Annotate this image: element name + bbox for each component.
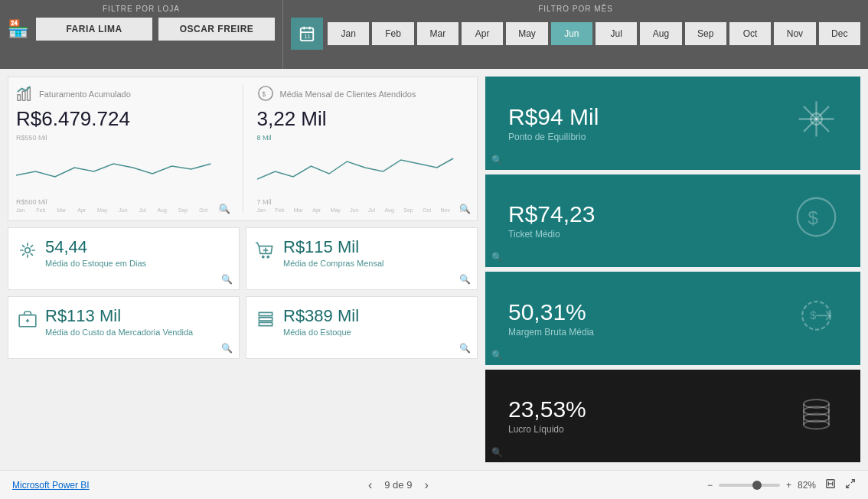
svg-text:$: $ [262, 91, 266, 98]
estoque-dias-icon [18, 240, 38, 265]
clientes-search[interactable]: 🔍 [459, 204, 471, 214]
left-panel: Faturamento Acumulado R$6.479.724 R$550 … [8, 77, 478, 462]
custo-label: Média do Custo da Mercadoria Vendida [45, 328, 193, 337]
estoque-total-info: R$389 Mil Média do Estoque [283, 306, 359, 337]
kpi-margem-bruta: 50,31% Margem Bruta Média $ 🔍 [485, 272, 860, 365]
zoom-thumb[interactable] [752, 481, 762, 490]
month-mar[interactable]: Mar [417, 22, 458, 45]
store-icon: 🏪 [8, 19, 28, 39]
month-may[interactable]: May [506, 22, 547, 45]
store-buttons: FARIA LIMA OSCAR FREIRE [36, 18, 275, 41]
chart-divider [243, 85, 243, 213]
fit-page-button[interactable] [825, 478, 836, 491]
clientes-title: Média Mensal de Clientes Atendidos [280, 90, 416, 99]
kpi1-search[interactable]: 🔍 [491, 155, 503, 165]
svg-point-12 [267, 256, 269, 258]
estoque-dias-card: 54,44 Média do Estoque em Dias 🔍 [8, 227, 240, 290]
filter-bar: FILTRE POR LOJA 🏪 FARIA LIMA OSCAR FREIR… [0, 0, 868, 69]
kpi-ticket-medio-label: Ticket Médio [508, 229, 595, 240]
svg-text:$: $ [808, 207, 818, 227]
right-panel: R$94 Mil Ponto de Equilíbrio 🔍 [485, 77, 860, 462]
store-oscar-freire[interactable]: OSCAR FREIRE [158, 18, 275, 41]
zoom-controls: − + 82% [707, 478, 856, 491]
app-container: FILTRE POR LOJA 🏪 FARIA LIMA OSCAR FREIR… [0, 0, 868, 499]
svg-point-11 [263, 256, 264, 258]
zoom-slider[interactable] [719, 484, 780, 487]
month-jun[interactable]: Jun [551, 22, 592, 45]
estoque-total-icon [256, 309, 276, 334]
metrics-row-2: R$113 Mil Média do Custo da Mercadoria V… [8, 296, 478, 359]
month-nov[interactable]: Nov [774, 22, 815, 45]
next-page-button[interactable]: › [421, 478, 431, 492]
compras-search[interactable]: 🔍 [459, 274, 471, 285]
month-jan[interactable]: Jan [328, 22, 369, 45]
kpi-ticket-medio: R$74,23 Ticket Médio $ 🔍 [485, 174, 860, 268]
faturamento-y-top: R$550 Mil [16, 134, 229, 142]
month-jul[interactable]: Jul [596, 22, 637, 45]
month-dec[interactable]: Dec [819, 22, 860, 45]
bottom-bar: Microsoft Power BI ‹ 9 de 9 › − + 82% [0, 470, 868, 499]
zoom-plus[interactable]: + [786, 480, 791, 491]
estoque-dias-info: 54,44 Média do Estoque em Dias [45, 237, 146, 268]
lucro-liquido-icon [795, 391, 837, 441]
filter-month-label: FILTRO POR MÊS [538, 5, 613, 13]
estoque-dias-label: Média do Estoque em Dias [45, 259, 146, 268]
prev-page-button[interactable]: ‹ [365, 478, 375, 492]
zoom-minus[interactable]: − [707, 480, 713, 491]
kpi-ponto-equilibrio: R$94 Mil Ponto de Equilíbrio 🔍 [485, 77, 860, 170]
svg-rect-5 [18, 95, 21, 100]
kpi2-search[interactable]: 🔍 [491, 252, 503, 263]
compras-label: Média de Compras Mensal [283, 259, 383, 268]
month-oct[interactable]: Oct [729, 22, 771, 45]
kpi-margem-bruta-value: 50,31% [508, 299, 594, 325]
custo-value: R$113 Mil [45, 306, 193, 326]
margem-bruta-icon: $ [795, 293, 837, 343]
faturamento-search[interactable]: 🔍 [219, 204, 230, 214]
kpi-lucro-liquido: 23,53% Lucro Líquido [485, 370, 860, 463]
month-buttons: Jan Feb Mar Apr May Jun Jul Aug Sep Oct … [328, 22, 860, 45]
custo-info: R$113 Mil Média do Custo da Mercadoria V… [45, 306, 193, 337]
kpi-lucro-liquido-value: 23,53% [508, 396, 586, 422]
faturamento-y-bottom: R$500 Mil [16, 198, 229, 206]
zoom-level: 82% [798, 480, 816, 491]
month-sep[interactable]: Sep [685, 22, 726, 45]
compras-card: R$115 Mil Média de Compras Mensal 🔍 [246, 227, 478, 290]
custo-search[interactable]: 🔍 [221, 343, 233, 354]
svg-point-10 [25, 248, 31, 253]
kpi4-search[interactable]: 🔍 [491, 447, 503, 458]
kpi3-search[interactable]: 🔍 [491, 350, 503, 360]
month-feb[interactable]: Feb [372, 22, 413, 45]
filter-store-section: FILTRE POR LOJA 🏪 FARIA LIMA OSCAR FREIR… [0, 0, 283, 69]
faturamento-icon [16, 85, 33, 106]
month-aug[interactable]: Aug [640, 22, 681, 45]
clientes-y-bottom: 7 Mil [257, 198, 470, 206]
kpi-lucro-liquido-left: 23,53% Lucro Líquido [508, 396, 586, 435]
faturamento-title: Faturamento Acumulado [39, 90, 131, 99]
clientes-x-labels: JanFebMarAprMayJunJulAugSepOctNovDec [257, 207, 470, 213]
clientes-value: 3,22 Mil [257, 107, 470, 131]
kpi-margem-bruta-left: 50,31% Margem Bruta Média [508, 299, 594, 338]
filter-store-content: 🏪 FARIA LIMA OSCAR FREIRE [8, 18, 275, 41]
clientes-y-top: 8 Mil [257, 134, 470, 142]
clientes-card: $ Média Mensal de Clientes Atendidos 3,2… [250, 77, 478, 220]
powerbi-link[interactable]: Microsoft Power BI [12, 480, 90, 491]
fullscreen-button[interactable] [845, 478, 856, 491]
filter-month-section: FILTRO POR MÊS 11 Jan Feb Mar Apr [283, 0, 868, 69]
kpi-margem-bruta-label: Margem Bruta Média [508, 327, 594, 338]
estoque-dias-search[interactable]: 🔍 [221, 274, 233, 285]
charts-row: Faturamento Acumulado R$6.479.724 R$550 … [8, 77, 478, 221]
estoque-total-search[interactable]: 🔍 [459, 343, 471, 354]
clientes-chart [257, 145, 470, 198]
ponto-equilibrio-icon [795, 98, 837, 148]
faturamento-x-labels: JanFebMarAprMayJunJulAugSepOctNov [16, 207, 229, 213]
faturamento-chart [16, 145, 229, 198]
filter-month-content: 11 Jan Feb Mar Apr May Jun Jul Aug Sep O… [291, 18, 860, 50]
month-apr[interactable]: Apr [462, 22, 503, 45]
svg-text:$: $ [810, 309, 816, 321]
store-faria-lima[interactable]: FARIA LIMA [36, 18, 152, 41]
clientes-icon: $ [257, 85, 274, 106]
svg-text:11: 11 [304, 33, 310, 40]
filter-store-label: FILTRE POR LOJA [103, 5, 180, 13]
page-info: 9 de 9 [384, 479, 412, 491]
faturamento-value: R$6.479.724 [16, 107, 229, 131]
